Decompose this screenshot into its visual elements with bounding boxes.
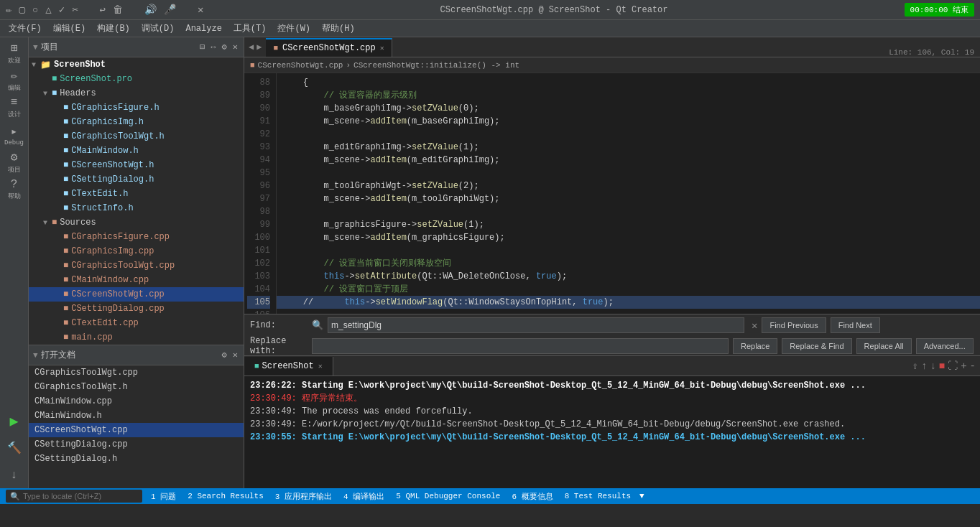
find-clear-btn[interactable]: ✕ (752, 320, 757, 332)
sidebar-item-bottom[interactable]: ↓ (1, 462, 27, 488)
square-icon[interactable]: ▢ (19, 4, 24, 16)
project-filter-btn[interactable]: ⊟ (198, 42, 206, 52)
header-file-icon-6: ■ (63, 174, 68, 185)
undo-icon[interactable]: ↩ (100, 4, 106, 16)
doc-item-4[interactable]: CMainWindow.h (29, 409, 244, 423)
status-summary[interactable]: 6 概要信息 (509, 491, 555, 502)
find-next-btn[interactable]: Find Next (831, 317, 880, 333)
tree-item-ctextedit-h[interactable]: ■ CTextEdit.h (29, 187, 244, 201)
scissors-icon[interactable]: ✂ (72, 4, 78, 16)
code-line-104: // 设置窗口置于顶层 (282, 284, 408, 294)
status-appoutput[interactable]: 3 应用程序输出 (272, 491, 335, 502)
tree-item-structinfo-h[interactable]: ■ StructInfo.h (29, 201, 244, 215)
editor-tab-cscreenshotwgt[interactable]: ■ CScreenShotWgt.cpp ✕ (266, 38, 392, 57)
status-search[interactable]: 2 Search Results (185, 492, 267, 500)
volume-icon[interactable]: 🔊 (144, 4, 157, 16)
find-previous-btn[interactable]: Find Previous (762, 317, 826, 333)
menu-item-e[interactable]: 编辑(E) (47, 21, 92, 36)
tab-close-btn[interactable]: ✕ (380, 44, 384, 52)
locate-input[interactable] (23, 492, 138, 500)
bottom-tab-close[interactable]: ✕ (318, 362, 323, 370)
menu-item-d[interactable]: 调试(D) (136, 21, 180, 36)
project-sync-btn[interactable]: ↔ (209, 42, 217, 52)
app-output-icon1[interactable]: ⇧ (912, 360, 918, 372)
doc-item-7[interactable]: CSettingDialog.h (29, 452, 244, 466)
open-docs-close-btn[interactable]: ✕ (231, 350, 239, 360)
close-icon[interactable]: ✕ (198, 4, 203, 16)
bottom-tab-screenshot[interactable]: ■ ScreenShot ✕ (244, 357, 333, 376)
doc-item-3[interactable]: CMainWindow.cpp (29, 394, 244, 409)
tree-item-headers[interactable]: ▼ ■ Headers (29, 86, 244, 101)
circle-icon[interactable]: ○ (32, 4, 38, 16)
app-output-icon2[interactable]: ↑ (921, 360, 927, 372)
tree-item-cscreenshotwgt-cpp[interactable]: ■ CScreenShotWgt.cpp (29, 287, 244, 302)
tree-item-main-cpp[interactable]: ■ main.cpp (29, 330, 244, 345)
app-output-stop[interactable]: ■ (939, 360, 945, 372)
menu-item-h[interactable]: 帮助(H) (316, 21, 361, 36)
tree-item-cgraphicsfigure-h[interactable]: ■ CGraphicsFigure.h (29, 101, 244, 115)
header-file-icon-5: ■ (63, 160, 68, 170)
project-settings-btn[interactable]: ⚙ (221, 42, 228, 52)
find-input[interactable] (328, 317, 744, 333)
advanced-btn[interactable]: Advanced... (916, 338, 974, 354)
check-icon[interactable]: ✓ (59, 4, 65, 16)
editor-nav-prev[interactable]: ◀ (249, 42, 254, 52)
doc-item-6[interactable]: CSettingDialog.cpp (29, 437, 244, 452)
tree-item-csettingdialog-cpp[interactable]: ■ CSettingDialog.cpp (29, 302, 244, 316)
replace-btn[interactable]: Replace (733, 338, 777, 354)
sidebar-item-design[interactable]: ≡ 设计 (1, 95, 27, 121)
doc-item-5[interactable]: CScreenShotWgt.cpp (29, 423, 244, 437)
cpp-file-icon-1: ■ (63, 232, 68, 242)
tree-item-cmainwindow-cpp[interactable]: ■ CMainWindow.cpp (29, 273, 244, 287)
replace-all-btn[interactable]: Replace All (856, 338, 912, 354)
menu-item-b[interactable]: 构建(B) (91, 21, 136, 36)
app-output-plus[interactable]: + (961, 360, 966, 372)
app-output-minus[interactable]: - (970, 360, 976, 372)
menu-item-w[interactable]: 控件(W) (272, 21, 316, 36)
app-output-icon3[interactable]: ↓ (930, 360, 935, 372)
sidebar-item-project[interactable]: ⚙ 项目 (1, 149, 27, 175)
status-compile[interactable]: 4 编译输出 (341, 491, 387, 502)
tree-item-ctextedit-cpp[interactable]: ■ CTextEdit.cpp (29, 316, 244, 330)
menu-item-t[interactable]: 工具(T) (228, 21, 272, 36)
sidebar-item-debug[interactable]: ▸ Debug (1, 122, 27, 148)
status-qml[interactable]: 5 QML Debugger Console (393, 492, 503, 500)
tree-item-csettingdialog-h[interactable]: ■ CSettingDialog.h (29, 172, 244, 187)
tree-item-cgraphicstoolwgt-cpp[interactable]: ■ CGraphicsToolWgt.cpp (29, 258, 244, 273)
trash-icon[interactable]: 🗑 (113, 4, 123, 16)
run-timer[interactable]: 00:00:00 结束 (905, 3, 974, 17)
pencil-icon[interactable]: ✏ (6, 4, 11, 16)
replace-find-btn[interactable]: Replace & Find (782, 338, 851, 354)
status-test[interactable]: 8 Test Results (562, 492, 634, 500)
tree-item-cscreenshotwgt-h[interactable]: ■ CScreenShotWgt.h (29, 158, 244, 172)
cpp-file-icon-7: ■ (63, 318, 68, 328)
tree-item-root[interactable]: ▼ 📁 ScreenShot (29, 57, 244, 72)
tree-h8-label: StructInfo.h (71, 203, 133, 213)
mic-icon[interactable]: 🎤 (164, 4, 176, 16)
sidebar-item-build[interactable]: 🔨 (1, 435, 27, 461)
tree-item-cgraphicsimg-h[interactable]: ■ CGraphicsImg.h (29, 115, 244, 129)
menu-item-f[interactable]: 文件(F) (3, 21, 47, 36)
sidebar-item-run[interactable]: ▶ (1, 408, 27, 434)
tree-item-pro[interactable]: ■ ScreenShot.pro (29, 72, 244, 86)
triangle-icon[interactable]: △ (45, 4, 51, 16)
doc-item-2[interactable]: CGraphicsToolWgt.h (29, 380, 244, 394)
editor-nav-next[interactable]: ▶ (256, 42, 262, 52)
tree-item-cgraphicsimg-cpp[interactable]: ■ CGraphicsImg.cpp (29, 244, 244, 258)
project-close-btn[interactable]: ✕ (231, 42, 239, 52)
sidebar-item-edit[interactable]: ✏ 编辑 (1, 67, 27, 93)
status-problems[interactable]: 1 问题 (148, 491, 179, 502)
tree-item-cgraphicsfigure-cpp[interactable]: ■ CGraphicsFigure.cpp (29, 230, 244, 244)
app-output-clear[interactable]: ⛶ (948, 360, 958, 372)
tree-item-cgraphicstoolwgt-h[interactable]: ■ CGraphicsToolWgt.h (29, 129, 244, 144)
status-arrow[interactable]: ▼ (639, 492, 644, 500)
replace-input[interactable] (312, 338, 729, 354)
code-editor[interactable]: { // 设置容器的显示级别 m_baseGraphiImg->setZValu… (277, 73, 980, 314)
doc-item-1[interactable]: CGraphicsToolWgt.cpp (29, 365, 244, 380)
sidebar-item-welcome[interactable]: ⊞ 欢迎 (1, 40, 27, 66)
open-docs-settings-btn[interactable]: ⚙ (221, 350, 228, 360)
menu-item-analyze[interactable]: Analyze (180, 22, 227, 35)
tree-item-cmainwindow-h[interactable]: ■ CMainWindow.h (29, 144, 244, 158)
sidebar-item-help[interactable]: ? 帮助 (1, 177, 27, 202)
tree-item-sources[interactable]: ▼ ■ Sources (29, 215, 244, 230)
